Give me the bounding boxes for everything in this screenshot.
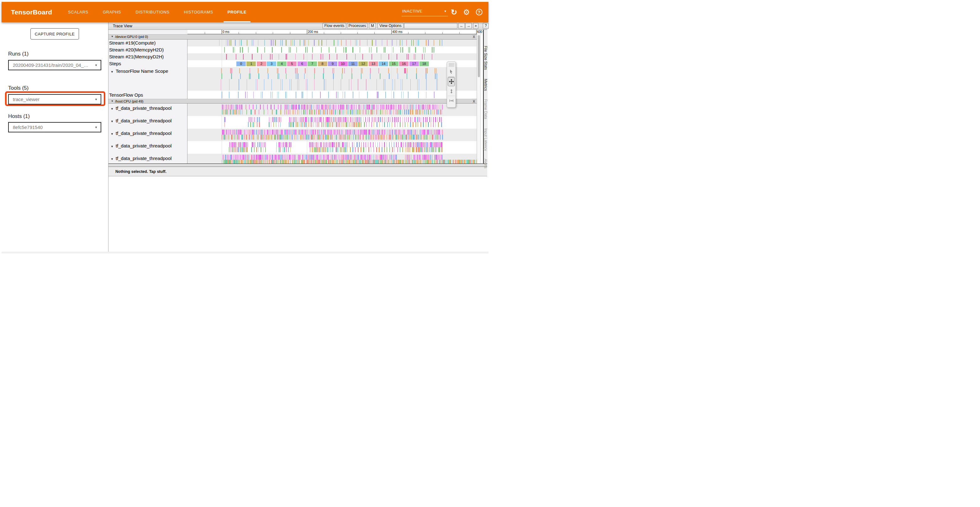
trace-event-bar[interactable] bbox=[251, 155, 251, 160]
trace-event-bar[interactable] bbox=[329, 129, 330, 135]
trace-event-bar[interactable] bbox=[232, 135, 232, 140]
trace-event-bar[interactable] bbox=[290, 110, 290, 115]
trace-event-bar[interactable] bbox=[321, 40, 322, 46]
trace-event-bar[interactable] bbox=[334, 117, 335, 122]
toolbar-find-box[interactable] bbox=[404, 23, 457, 29]
trace-event-bar[interactable] bbox=[386, 110, 386, 115]
trace-event-bar[interactable] bbox=[325, 110, 326, 115]
trace-event-bar[interactable] bbox=[258, 129, 259, 135]
trace-event-bar[interactable] bbox=[265, 147, 266, 152]
trace-event-bar[interactable] bbox=[262, 135, 263, 140]
trace-event-bar[interactable] bbox=[436, 160, 436, 163]
trace-event-bar[interactable] bbox=[318, 40, 320, 46]
trace-event-bar[interactable] bbox=[385, 155, 386, 160]
trace-event-bar[interactable] bbox=[304, 40, 304, 46]
trace-event-bar[interactable] bbox=[422, 129, 422, 135]
trace-event-bar[interactable] bbox=[377, 142, 378, 147]
trace-event-bar[interactable] bbox=[310, 117, 310, 122]
trace-event-bar[interactable] bbox=[284, 135, 285, 140]
trace-event-bar[interactable] bbox=[360, 117, 361, 122]
trace-event-bar[interactable] bbox=[260, 104, 261, 110]
trace-event-bar[interactable] bbox=[432, 104, 433, 110]
trace-event-bar[interactable] bbox=[320, 160, 320, 163]
trace-event-bar[interactable] bbox=[334, 155, 335, 160]
trace-event-bar[interactable] bbox=[352, 147, 353, 152]
trace-event-bar[interactable] bbox=[412, 117, 413, 122]
trace-event-bar[interactable] bbox=[285, 142, 285, 147]
trace-event-bar[interactable] bbox=[433, 117, 434, 122]
trace-event-bar[interactable] bbox=[433, 160, 433, 163]
trace-event-bar[interactable] bbox=[412, 135, 414, 140]
trace-event-bar[interactable] bbox=[297, 160, 298, 163]
trace-event-bar[interactable] bbox=[339, 142, 340, 147]
toolbar-button-view-options[interactable]: View Options bbox=[377, 23, 404, 29]
trace-event-bar[interactable] bbox=[227, 135, 227, 140]
trace-event-bar[interactable] bbox=[277, 135, 278, 140]
trace-event-bar[interactable] bbox=[357, 160, 357, 163]
trace-event-bar[interactable] bbox=[372, 117, 372, 122]
trace-event-bar[interactable] bbox=[442, 155, 443, 160]
trace-event-bar[interactable] bbox=[419, 129, 420, 135]
trace-event-bar[interactable] bbox=[347, 104, 347, 110]
trace-event-bar[interactable] bbox=[269, 122, 270, 127]
trace-event-bar[interactable] bbox=[344, 68, 345, 73]
trace-event-bar[interactable] bbox=[396, 160, 397, 163]
trace-event-bar[interactable] bbox=[378, 155, 379, 160]
trace-event-bar[interactable] bbox=[241, 104, 242, 110]
trace-event-bar[interactable] bbox=[291, 129, 291, 135]
trace-event-bar[interactable] bbox=[339, 122, 340, 127]
trace-event-bar[interactable] bbox=[388, 129, 388, 135]
trace-event-bar[interactable] bbox=[398, 142, 399, 147]
trace-event-bar[interactable] bbox=[308, 117, 309, 122]
trace-event-bar[interactable] bbox=[340, 104, 341, 110]
trace-event-bar[interactable] bbox=[242, 155, 243, 160]
trace-event-bar[interactable] bbox=[404, 160, 404, 163]
trace-event-bar[interactable] bbox=[300, 155, 301, 160]
trace-event-bar[interactable] bbox=[285, 68, 286, 73]
trace-event-bar[interactable] bbox=[231, 129, 232, 135]
trace-event-bar[interactable] bbox=[402, 47, 403, 53]
trace-event-bar[interactable] bbox=[337, 160, 338, 163]
trace-event-bar[interactable] bbox=[359, 129, 360, 135]
trace-event-bar[interactable] bbox=[250, 160, 251, 163]
trace-event-bar[interactable] bbox=[426, 92, 426, 98]
trace-event-bar[interactable] bbox=[295, 110, 296, 115]
trace-event-bar[interactable] bbox=[277, 73, 278, 79]
trace-event-bar[interactable] bbox=[371, 135, 372, 140]
trace-event-bar[interactable] bbox=[340, 135, 341, 140]
trace-event-bar[interactable] bbox=[338, 40, 339, 46]
trace-event-bar[interactable] bbox=[418, 104, 419, 110]
trace-event-bar[interactable] bbox=[318, 142, 319, 147]
trace-event-bar[interactable] bbox=[351, 155, 352, 160]
trace-event-bar[interactable] bbox=[229, 155, 229, 160]
trace-event-bar[interactable] bbox=[242, 104, 242, 110]
trace-event-bar[interactable] bbox=[396, 117, 397, 122]
trace-event-bar[interactable] bbox=[410, 104, 411, 110]
collapse-triangle-icon[interactable]: ▼ bbox=[111, 132, 113, 136]
trace-event-bar[interactable] bbox=[240, 160, 240, 163]
trace-event-bar[interactable] bbox=[353, 92, 353, 98]
trace-event-bar[interactable] bbox=[222, 135, 222, 140]
trace-event-bar[interactable] bbox=[318, 135, 319, 140]
trace-event-bar[interactable] bbox=[391, 142, 392, 147]
trace-event-bar[interactable] bbox=[295, 54, 296, 60]
trace-event-bar[interactable] bbox=[388, 68, 389, 73]
trace-event-bar[interactable] bbox=[240, 104, 240, 110]
trace-event-bar[interactable] bbox=[243, 147, 245, 152]
trace-event-bar[interactable] bbox=[270, 160, 270, 163]
trace-event-bar[interactable] bbox=[327, 135, 328, 140]
trace-event-bar[interactable] bbox=[290, 47, 291, 53]
trace-event-bar[interactable] bbox=[296, 47, 297, 53]
trace-event-bar[interactable] bbox=[361, 73, 361, 79]
trace-event-bar[interactable] bbox=[369, 122, 370, 127]
trace-event-bar[interactable] bbox=[365, 160, 366, 163]
trace-event-bar[interactable] bbox=[419, 40, 420, 46]
trace-event-bar[interactable] bbox=[274, 155, 275, 160]
trace-event-bar[interactable] bbox=[426, 122, 426, 127]
trace-event-bar[interactable] bbox=[228, 135, 229, 140]
trace-event-bar[interactable] bbox=[368, 142, 368, 147]
trace-event-bar[interactable] bbox=[431, 155, 431, 160]
trace-event-bar[interactable] bbox=[299, 135, 299, 140]
side-tab-metrics[interactable]: Metrics bbox=[483, 79, 488, 89]
trace-event-bar[interactable] bbox=[423, 155, 423, 160]
